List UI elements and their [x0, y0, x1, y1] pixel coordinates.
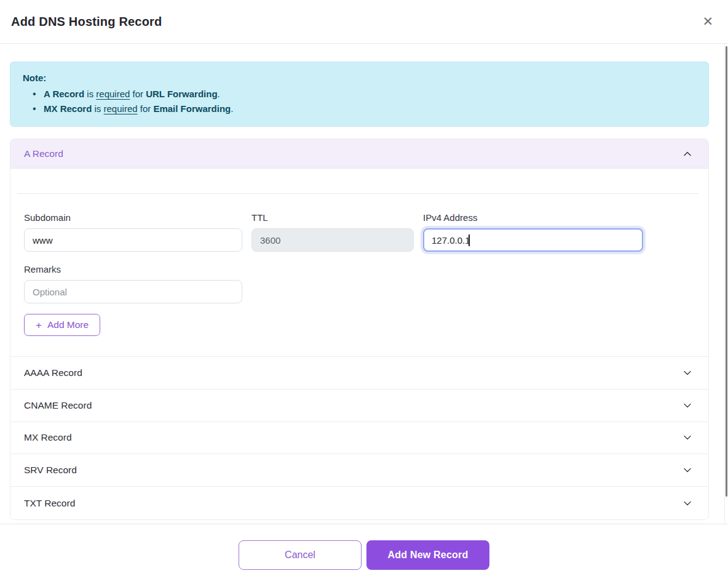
- modal-title: Add DNS Hosting Record: [11, 15, 162, 29]
- subdomain-input[interactable]: [24, 228, 242, 252]
- remarks-label: Remarks: [24, 264, 242, 274]
- chevron-up-icon: [682, 149, 692, 159]
- chevron-down-icon: [682, 498, 692, 508]
- accordion-header-a-record[interactable]: A Record: [10, 139, 708, 169]
- note-required-text: required: [96, 89, 130, 99]
- accordion-header-aaaa-record[interactable]: AAAA Record: [10, 357, 708, 390]
- note-list: A Record is required for URL Forwarding.…: [23, 87, 696, 116]
- note-text: for: [138, 103, 154, 114]
- subdomain-field-group: Subdomain: [24, 212, 242, 252]
- modal-header: Add DNS Hosting Record ✕: [0, 0, 728, 44]
- scrollbar-track[interactable]: [724, 44, 728, 524]
- chevron-down-icon: [682, 368, 692, 378]
- accordion-label: TXT Record: [24, 498, 75, 509]
- accordion-label: SRV Record: [24, 465, 77, 476]
- a-record-panel: Subdomain TTL IPv4 Address Rema: [10, 169, 708, 357]
- ipv4-field-group: IPv4 Address: [423, 212, 643, 252]
- field-row-2: Remarks: [24, 264, 695, 303]
- accordion-header-mx-record[interactable]: MX Record: [10, 422, 708, 455]
- accordion-label: CNAME Record: [24, 400, 92, 411]
- text-cursor: [469, 234, 470, 246]
- chevron-down-icon: [682, 465, 692, 475]
- cancel-button[interactable]: Cancel: [239, 540, 362, 570]
- subdomain-label: Subdomain: [24, 212, 242, 223]
- ttl-label: TTL: [251, 212, 414, 223]
- plus-icon: +: [36, 320, 42, 330]
- note-text: is: [92, 103, 103, 114]
- remarks-input[interactable]: [24, 280, 242, 303]
- accordion-label: A Record: [24, 148, 63, 159]
- accordion-header-cname-record[interactable]: CNAME Record: [10, 390, 708, 422]
- modal-footer: Cancel Add New Record: [0, 524, 728, 584]
- add-more-label: Add More: [47, 319, 89, 330]
- note-alert: Note: A Record is required for URL Forwa…: [10, 62, 709, 127]
- modal-body: Note: A Record is required for URL Forwa…: [0, 44, 728, 524]
- note-text: is: [84, 89, 96, 99]
- add-more-button[interactable]: + Add More: [24, 314, 100, 336]
- field-row-1: Subdomain TTL IPv4 Address: [24, 212, 695, 252]
- accordion-label: MX Record: [24, 432, 72, 443]
- scrollbar-thumb[interactable]: [726, 46, 727, 497]
- chevron-down-icon: [682, 401, 692, 410]
- ttl-input: [251, 228, 414, 252]
- note-text: for: [130, 89, 146, 99]
- accordion-header-srv-record[interactable]: SRV Record: [10, 454, 708, 487]
- ipv4-label: IPv4 Address: [423, 212, 643, 223]
- ttl-field-group: TTL: [251, 212, 414, 252]
- note-feature-name: Email Forwarding: [153, 103, 231, 114]
- ipv4-input[interactable]: [423, 228, 643, 252]
- ipv4-input-wrap: [423, 228, 643, 252]
- accordion-header-txt-record[interactable]: TXT Record: [10, 487, 708, 519]
- add-new-record-button[interactable]: Add New Record: [366, 540, 489, 570]
- note-text: .: [218, 89, 220, 99]
- note-required-text: required: [104, 103, 138, 114]
- note-feature-name: URL Forwarding: [146, 89, 217, 99]
- panel-divider: [17, 193, 698, 194]
- accordion-label: AAAA Record: [24, 367, 82, 378]
- note-record-name: A Record: [44, 89, 84, 99]
- note-item-a-record: A Record is required for URL Forwarding.: [23, 87, 696, 102]
- remarks-field-group: Remarks: [24, 264, 242, 303]
- close-icon[interactable]: ✕: [697, 12, 718, 32]
- chevron-down-icon: [682, 433, 692, 442]
- note-item-mx-record: MX Record is required for Email Forwardi…: [23, 102, 696, 116]
- dns-record-accordion: A Record Subdomain TTL IPv4 Address: [10, 138, 709, 520]
- note-heading: Note:: [23, 71, 696, 86]
- note-text: .: [231, 103, 233, 114]
- note-record-name: MX Record: [44, 103, 92, 114]
